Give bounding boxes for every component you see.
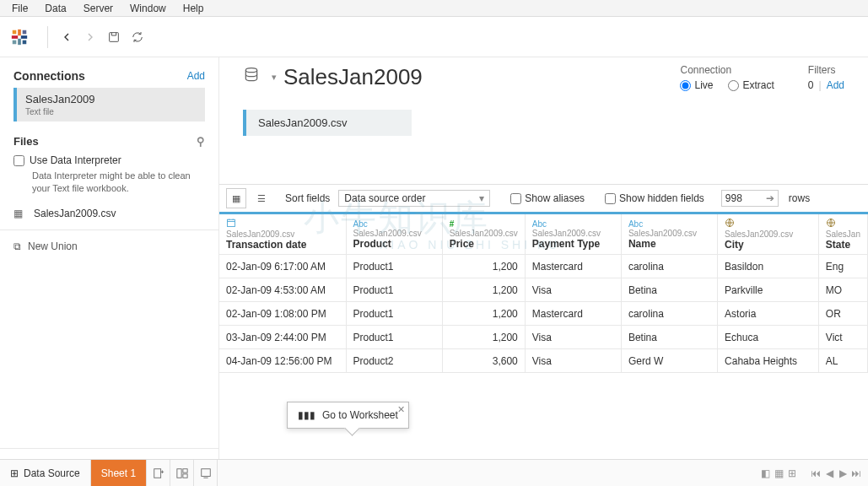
show-tabs-icon[interactable]: ⊞ bbox=[787, 468, 797, 478]
svg-rect-15 bbox=[182, 468, 186, 472]
svg-rect-17 bbox=[201, 468, 210, 476]
sort-fields-select[interactable]: Data source order▾ bbox=[338, 190, 490, 207]
table-cell[interactable]: 1,200 bbox=[442, 278, 525, 302]
table-cell[interactable]: Product1 bbox=[346, 302, 442, 326]
table-cell[interactable]: Astoria bbox=[718, 302, 819, 326]
extract-radio[interactable]: Extract bbox=[728, 79, 774, 91]
menu-file[interactable]: File bbox=[3, 1, 36, 16]
column-header[interactable]: SalesJanState bbox=[818, 214, 867, 255]
svg-rect-8 bbox=[110, 32, 119, 41]
show-hidden-checkbox[interactable]: Show hidden fields bbox=[605, 192, 704, 204]
show-sheets-icon[interactable]: ▦ bbox=[774, 468, 784, 478]
forward-button[interactable] bbox=[78, 25, 102, 49]
list-view-button[interactable]: ☰ bbox=[251, 188, 272, 208]
svg-rect-13 bbox=[154, 468, 160, 478]
table-cell[interactable]: Echuca bbox=[718, 326, 819, 349]
table-cell[interactable]: Betina bbox=[621, 326, 717, 349]
table-row[interactable]: 02-Jan-09 6:17:00 AMProduct11,200Masterc… bbox=[219, 255, 868, 278]
table-cell[interactable]: Product1 bbox=[346, 278, 442, 302]
table-cell[interactable]: 1,200 bbox=[442, 326, 525, 349]
next-icon[interactable]: ▶ bbox=[838, 468, 848, 478]
table-cell[interactable]: carolina bbox=[621, 255, 717, 278]
save-button[interactable] bbox=[102, 25, 126, 49]
show-aliases-checkbox[interactable]: Show aliases bbox=[510, 192, 585, 204]
show-filmstrip-icon[interactable]: ◧ bbox=[760, 468, 770, 478]
datasource-title[interactable]: ▾ SalesJan2009 bbox=[243, 64, 423, 90]
connection-item[interactable]: SalesJan2009 Text file bbox=[13, 88, 205, 122]
table-cell[interactable]: 02-Jan-09 1:08:00 PM bbox=[219, 302, 346, 326]
search-icon[interactable]: ⚲ bbox=[197, 135, 205, 148]
table-cell[interactable]: 3,600 bbox=[442, 349, 525, 373]
live-radio[interactable]: Live bbox=[680, 79, 713, 91]
svg-rect-7 bbox=[23, 40, 27, 44]
last-icon[interactable]: ⏭ bbox=[851, 468, 861, 478]
menu-server[interactable]: Server bbox=[75, 1, 121, 16]
table-cell[interactable]: Visa bbox=[525, 349, 621, 373]
table-cell[interactable]: Eng bbox=[818, 255, 867, 278]
svg-rect-4 bbox=[13, 30, 17, 34]
table-row[interactable]: 02-Jan-09 1:08:00 PMProduct11,200Masterc… bbox=[219, 302, 868, 326]
table-pill[interactable]: SalesJan2009.csv bbox=[243, 110, 412, 136]
table-cell[interactable]: Vict bbox=[818, 326, 867, 349]
table-cell[interactable]: Parkville bbox=[718, 278, 819, 302]
add-filter-link[interactable]: Add bbox=[827, 79, 844, 91]
column-header[interactable]: SalesJan2009.csvTransaction date bbox=[219, 214, 346, 255]
file-name: SalesJan2009.csv bbox=[34, 208, 116, 219]
table-cell[interactable]: Visa bbox=[525, 278, 621, 302]
table-cell[interactable]: Visa bbox=[525, 326, 621, 349]
back-button[interactable] bbox=[55, 25, 78, 49]
table-cell[interactable]: 02-Jan-09 6:17:00 AM bbox=[219, 255, 346, 278]
table-cell[interactable]: Mastercard bbox=[525, 302, 621, 326]
filters-label: Filters bbox=[808, 64, 844, 76]
prev-icon[interactable]: ◀ bbox=[824, 468, 834, 478]
table-cell[interactable]: AL bbox=[818, 349, 867, 373]
table-cell[interactable]: 03-Jan-09 2:44:00 PM bbox=[219, 326, 346, 349]
table-cell[interactable]: OR bbox=[818, 302, 867, 326]
column-header[interactable]: AbcSalesJan2009.csvName bbox=[621, 214, 717, 255]
new-worksheet-button[interactable] bbox=[147, 460, 170, 487]
table-cell[interactable]: Gerd W bbox=[621, 349, 717, 373]
rows-input[interactable]: 998➔ bbox=[721, 190, 779, 207]
menu-window[interactable]: Window bbox=[121, 1, 175, 16]
table-row[interactable]: 03-Jan-09 2:44:00 PMProduct11,200VisaBet… bbox=[219, 326, 868, 349]
sheet1-tab[interactable]: Sheet 1 bbox=[91, 460, 147, 487]
column-header[interactable]: AbcSalesJan2009.csvProduct bbox=[346, 214, 442, 255]
table-cell[interactable]: Mastercard bbox=[525, 255, 621, 278]
column-header[interactable]: AbcSalesJan2009.csvPayment Type bbox=[525, 214, 621, 255]
file-item[interactable]: ▦ SalesJan2009.csv bbox=[0, 202, 218, 224]
table-cell[interactable]: 1,200 bbox=[442, 255, 525, 278]
close-icon[interactable]: ✕ bbox=[397, 404, 405, 415]
table-cell[interactable]: Basildon bbox=[718, 255, 819, 278]
table-cell[interactable]: Product1 bbox=[346, 255, 442, 278]
table-cell[interactable]: 04-Jan-09 12:56:00 PM bbox=[219, 349, 346, 373]
first-icon[interactable]: ⏮ bbox=[811, 468, 821, 478]
new-story-button[interactable] bbox=[194, 460, 218, 487]
table-cell[interactable]: Cahaba Heights bbox=[718, 349, 819, 373]
table-row[interactable]: 04-Jan-09 12:56:00 PMProduct23,600VisaGe… bbox=[219, 349, 868, 373]
table-cell[interactable]: 02-Jan-09 4:53:00 AM bbox=[219, 278, 346, 302]
column-header[interactable]: SalesJan2009.csvCity bbox=[718, 214, 819, 255]
datasource-icon: ⊞ bbox=[10, 467, 19, 479]
svg-rect-14 bbox=[176, 468, 181, 478]
table-cell[interactable]: Product2 bbox=[346, 349, 442, 373]
table-cell[interactable]: carolina bbox=[621, 302, 717, 326]
menu-help[interactable]: Help bbox=[175, 1, 213, 16]
go-to-worksheet-tooltip[interactable]: ▮▮▮ Go to Worksheet ✕ bbox=[287, 402, 409, 429]
table-cell[interactable]: 1,200 bbox=[442, 302, 525, 326]
table-cell[interactable]: MO bbox=[818, 278, 867, 302]
table-row[interactable]: 02-Jan-09 4:53:00 AMProduct11,200VisaBet… bbox=[219, 278, 868, 302]
add-connection-link[interactable]: Add bbox=[187, 70, 205, 82]
use-data-interpreter-checkbox[interactable] bbox=[13, 155, 24, 166]
table-cell[interactable]: Product1 bbox=[346, 326, 442, 349]
content-area: ▾ SalesJan2009 Connection Live Extract F… bbox=[219, 57, 868, 459]
new-union-button[interactable]: ⧉ New Union bbox=[0, 235, 218, 257]
refresh-button[interactable] bbox=[126, 25, 149, 49]
column-header[interactable]: #SalesJan2009.csvPrice bbox=[442, 214, 525, 255]
join-canvas[interactable]: SalesJan2009.csv bbox=[219, 91, 868, 184]
table-cell[interactable]: Betina bbox=[621, 278, 717, 302]
menu-data[interactable]: Data bbox=[36, 1, 74, 16]
data-source-tab[interactable]: ⊞ Data Source bbox=[0, 460, 91, 487]
grid-view-button[interactable]: ▦ bbox=[226, 188, 246, 208]
new-dashboard-button[interactable] bbox=[170, 460, 194, 487]
menu-bar: File Data Server Window Help bbox=[0, 0, 868, 17]
